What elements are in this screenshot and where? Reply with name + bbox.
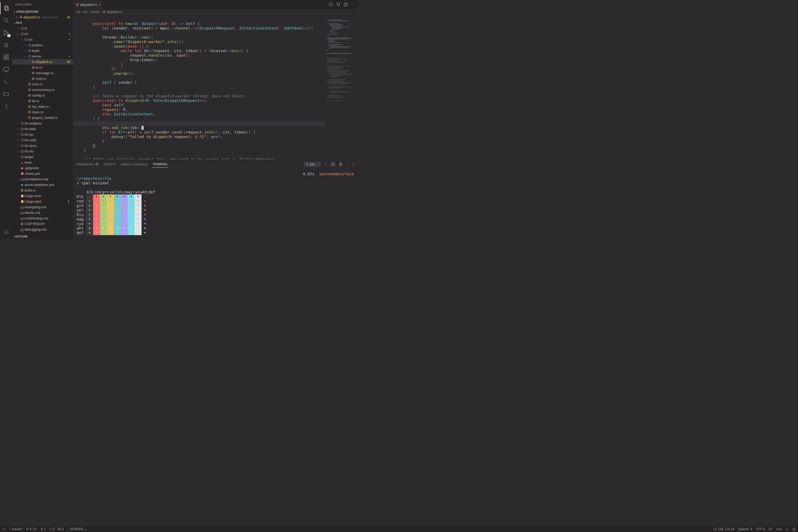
file-item[interactable]: ⚙concurrency.rs (12, 87, 73, 93)
output-tab[interactable]: OUTPUT (104, 163, 116, 166)
svg-rect-0 (4, 6, 7, 10)
activity-remote-icon[interactable] (0, 63, 12, 76)
debug-console-tab[interactable]: DEBUG CONSOLE (121, 163, 148, 166)
problems-tab[interactable]: PROBLEMS1 (77, 163, 99, 166)
file-item[interactable]: M↓changelog.md (12, 204, 73, 210)
code-editor[interactable]: pub(crate) fn new<O: Output>(out: O) -> … (73, 15, 358, 159)
breadcrumb-segment[interactable]: dispatch.rs (107, 10, 122, 14)
minimap[interactable] (326, 15, 358, 159)
svg-line-3 (7, 21, 8, 23)
folder-item[interactable]: ›🗀target (12, 154, 73, 159)
file-item[interactable]: ⚙project_model.rs (12, 115, 73, 120)
file-item[interactable]: ⚙io.rs (12, 65, 73, 70)
modified-status: M (66, 15, 71, 19)
svg-rect-45 (326, 53, 352, 54)
file-item[interactable]: ⚙cmd.rs (12, 81, 73, 87)
close-icon[interactable]: × (99, 3, 101, 7)
breadcrumb-segment[interactable]: rls (77, 10, 80, 14)
outline-header[interactable]: ›OUTLINE (12, 234, 73, 240)
activity-folder-icon[interactable] (0, 88, 12, 100)
svg-point-4 (4, 30, 5, 32)
file-item[interactable]: ⚙mod.rs (12, 76, 73, 81)
file-item[interactable]: 🗎COPYRIGHT (12, 221, 73, 227)
folder-item[interactable]: ⌄🗀server● (12, 54, 73, 59)
open-editors-label: OPEN EDITORS (16, 10, 38, 13)
file-item[interactable]: ⚙message.rs (12, 70, 73, 76)
activity-search-icon[interactable] (0, 14, 12, 26)
file-item[interactable]: ⚙build.rs (12, 188, 73, 193)
svg-rect-47 (326, 59, 348, 59)
new-terminal-icon[interactable]: ＋ (324, 162, 327, 166)
svg-rect-36 (328, 42, 341, 42)
tab-name: dispatch.rs (80, 3, 97, 7)
split-editor-icon[interactable] (344, 2, 348, 7)
close-panel-icon[interactable]: × (353, 163, 354, 166)
folder-item[interactable]: ›🗀rls-span (12, 143, 73, 148)
compare-icon[interactable] (336, 2, 341, 7)
folder-item[interactable]: ›🗀rls-ipc (12, 132, 73, 137)
svg-rect-37 (327, 43, 328, 44)
split-terminal-icon[interactable] (331, 162, 335, 166)
folder-item[interactable]: ›🗀rls-data (12, 126, 73, 132)
file-tree: ›🗀ci⌄🗀rls●⌄🗀src●›🗀actions›🗀build⌄🗀server… (12, 25, 73, 234)
folder-item[interactable]: ›🗀ci (12, 25, 73, 31)
file-item[interactable]: M↓debugging.md (12, 227, 73, 232)
code-content[interactable]: pub(crate) fn new<O: Output>(out: O) -> … (73, 15, 326, 159)
svg-rect-9 (4, 57, 6, 60)
file-item[interactable]: ⚙config.rs (12, 93, 73, 98)
svg-rect-65 (328, 82, 353, 83)
svg-rect-11 (7, 55, 8, 56)
folder-item[interactable]: ›🗀build (12, 48, 73, 54)
more-icon[interactable]: ⋯ (351, 3, 355, 7)
folder-item[interactable]: ›🗀rls-analysis (12, 120, 73, 126)
breadcrumb-segment[interactable]: server (91, 10, 99, 14)
activity-debug-icon[interactable] (0, 39, 12, 51)
file-item[interactable]: ⚙dispatch.rsM (12, 59, 73, 65)
folder-item[interactable]: ›🗀actions (12, 42, 73, 48)
activity-scm-icon[interactable]: 1 (0, 26, 12, 39)
file-item[interactable]: M↓architecture.md (12, 176, 73, 182)
folder-item[interactable]: ›🗀rls-vfs (12, 148, 73, 154)
folder-item[interactable]: ⌄🗀src● (12, 37, 73, 42)
activity-explorer-icon[interactable] (0, 2, 12, 14)
file-item[interactable]: ⚙lsp_data.rs (12, 104, 73, 109)
svg-rect-49 (327, 61, 347, 61)
file-item[interactable]: ◆.gitignore (12, 165, 73, 171)
version-control-icon[interactable] (329, 2, 333, 7)
project-label: RLS (16, 21, 22, 24)
file-item[interactable]: ⚙lib.rs (12, 98, 73, 104)
breadcrumb-segment[interactable]: src (83, 10, 88, 14)
file-item[interactable]: ⚙main.rs (12, 109, 73, 115)
file-item[interactable]: M↓clients.md (12, 210, 73, 215)
file-item[interactable]: ▰azure-pipelines.yml (12, 182, 73, 188)
file-item[interactable]: ⬢Cargo.lock (12, 193, 73, 199)
breadcrumb[interactable]: rls › src › server › ⚙ dispatch.rs (73, 9, 358, 15)
editor-tab[interactable]: ⚙ dispatch.rs × (73, 0, 103, 9)
settings-gear-icon[interactable] (0, 226, 12, 238)
svg-point-6 (7, 32, 8, 34)
svg-rect-29 (330, 32, 337, 33)
file-item[interactable]: ⬢.travis.yml (12, 171, 73, 176)
folder-item[interactable]: ›🗀rls-rustc (12, 137, 73, 143)
close-icon[interactable]: × (15, 15, 19, 19)
open-editors-header[interactable]: ⌄OPEN EDITORS (12, 9, 73, 14)
terminal-select[interactable]: 1: zsh (304, 162, 321, 167)
file-item[interactable]: M↓contributing.md (12, 215, 73, 221)
activity-terminal-icon[interactable] (0, 76, 12, 88)
project-header[interactable]: ⌄RLS (12, 20, 73, 25)
svg-rect-40 (328, 46, 351, 47)
open-editor-item[interactable]: × ⚙ dispatch.rs rls/src/server M (12, 15, 73, 20)
activity-extensions-icon[interactable] (0, 51, 12, 63)
file-item[interactable]: ◬tests (12, 159, 73, 165)
svg-rect-69 (330, 91, 346, 91)
file-item[interactable]: ⬢Cargo.toml1 (12, 199, 73, 204)
kill-terminal-icon[interactable] (339, 162, 343, 166)
terminal-tab[interactable]: TERMINAL (152, 163, 168, 168)
svg-point-5 (4, 34, 5, 35)
terminal-prompt-char: ❯ (77, 181, 79, 185)
terminal[interactable]: 0.07s sainnhe@surface~/repo/test/rls ❯ t… (73, 169, 358, 240)
maximize-panel-icon[interactable]: ⌃ (346, 163, 349, 166)
folder-item[interactable]: ⌄🗀rls● (12, 31, 73, 37)
terminal-rprompt: 0.07s sainnhe@surface (303, 172, 354, 176)
activity-rust-icon[interactable] (0, 100, 12, 112)
